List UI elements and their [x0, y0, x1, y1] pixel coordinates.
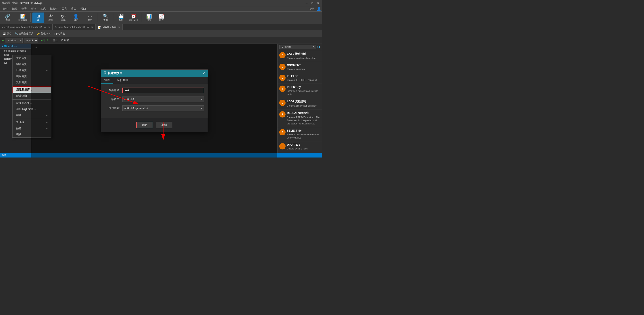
snippet-loop-row: L LOOP 流程控制 Create a simple loop constru…: [279, 100, 320, 107]
window-controls: ─ □ ✕: [304, 1, 320, 5]
snippet-repeat-icon: R: [279, 111, 286, 117]
save-icon: 💾: [3, 32, 6, 35]
title-bar: 无标题 - 查询 - Navicat for MySQL ─ □ ✕: [0, 0, 322, 6]
sidebar-root[interactable]: ▾ 🌐 localhost: [0, 44, 31, 49]
toolbar-other[interactable]: ⋯ 其它: [84, 12, 96, 23]
new-database-dialog: 🗄 新建数据库 ✕ 常规 SQL 预览 数据库名: 字符集: utf8mb4: [100, 69, 208, 132]
dialog-cancel-button[interactable]: 取消: [156, 122, 172, 128]
snippet-icon: { }: [54, 32, 57, 35]
toolbar-query-label: 查询: [103, 19, 108, 22]
query-toolbar: 💾 保存 🔧 查询创建工具 ✨ 美化 SQL { } 代码段: [0, 30, 322, 37]
tab-user-close[interactable]: ✕: [91, 26, 93, 28]
tab-query-close[interactable]: ✕: [118, 26, 120, 28]
dialog-title-bar: 🗄 新建数据库 ✕: [101, 70, 208, 77]
dialog-title-text: 新建数据库: [108, 71, 122, 75]
snippet-insert[interactable]: I INSERT Sy Insert new rows into an exis…: [278, 84, 322, 98]
close-btn[interactable]: ✕: [316, 1, 320, 5]
snippet-comment-title: COMMENT: [287, 64, 320, 67]
toolbar-connect-label: 连接: [5, 19, 10, 22]
snippet-button[interactable]: { } 代码段: [54, 31, 66, 36]
toolbar-function[interactable]: f(x) 函数: [58, 12, 69, 23]
snippet-insert-row: I INSERT Sy Insert new rows into an exis…: [279, 86, 320, 96]
snippet-select[interactable]: S SELECT Sy Retrieve rows selected from …: [278, 127, 322, 141]
tag-settings-icon[interactable]: ⚙: [317, 45, 320, 49]
menu-help[interactable]: 帮助: [79, 6, 88, 11]
maximize-btn[interactable]: □: [310, 1, 314, 5]
toolbar-view[interactable]: 👁 视图: [45, 12, 56, 23]
menu-edit[interactable]: 编辑: [10, 6, 19, 11]
db-name-input[interactable]: [122, 88, 204, 93]
save-button[interactable]: 💾 保存: [2, 31, 12, 36]
beautify-button[interactable]: ✨ 美化 SQL: [36, 31, 52, 36]
conn-bar: ▶ localhost mysql ▶ 运行 · 停止 🗒 解释: [0, 37, 322, 44]
charset-row: 字符集: utf8mb4 utf8 latin1 gbk: [104, 96, 204, 102]
dialog-title: 🗄 新建数据库: [104, 71, 122, 75]
snippet-loop[interactable]: L LOOP 流程控制 Create a simple loop constru…: [278, 98, 322, 109]
toolbar-view-label: 视图: [48, 19, 53, 22]
snippet-case[interactable]: C CASE 流程控制 Create a conditional constru…: [278, 50, 322, 62]
snippet-update[interactable]: U UPDATE S Update existing rows: [278, 141, 322, 152]
beautify-icon: ✨: [37, 32, 40, 35]
dialog-tabs: 常规 SQL 预览: [101, 77, 208, 84]
toolbar-autorun[interactable]: ⏰ 自动运行: [128, 12, 139, 23]
tag-select[interactable]: 全部标签: [279, 45, 316, 49]
backup-icon: 💾: [118, 14, 124, 18]
charset-select[interactable]: utf8mb4 utf8 latin1 gbk: [122, 96, 204, 102]
snippet-comment[interactable]: C COMMENT Create a comment: [278, 62, 322, 73]
snippet-insert-title: INSERT Sy: [287, 86, 320, 89]
menu-window[interactable]: 窗口: [69, 6, 78, 11]
db-select[interactable]: mysql: [24, 38, 38, 43]
menu-query[interactable]: 查询: [29, 6, 38, 11]
tab-query[interactable]: 📝 无标题 - 查询 ✕: [96, 24, 122, 30]
toolbar-new-query[interactable]: 📝 新建查询: [17, 12, 28, 23]
query-builder-button[interactable]: 🔧 查询创建工具: [14, 31, 34, 36]
tab-columns-priv[interactable]: 🗂 columns_priv @mysql (localhost) - 表 ✕: [0, 24, 52, 30]
stop-button[interactable]: 停止: [52, 38, 59, 42]
tab-user[interactable]: 🗂 user @mysql (localhost) - 表 ✕: [52, 24, 96, 30]
tab-query-icon: 📝: [98, 26, 101, 29]
collation-select[interactable]: utf8mb4_general_ci utf8mb4_unicode_ci ut…: [122, 105, 204, 111]
collation-row: 排序规则: utf8mb4_general_ci utf8mb4_unicode…: [104, 105, 204, 111]
toolbar-query[interactable]: 🔍 查询: [100, 12, 111, 23]
menu-file[interactable]: 文件: [1, 6, 10, 11]
toolbar-divider-2: [98, 13, 98, 22]
menu-favorites[interactable]: 收藏夹: [48, 6, 60, 11]
sidebar-root-label: localhost: [8, 45, 17, 47]
dialog-tab-sql[interactable]: SQL 预览: [113, 77, 132, 84]
minimize-btn[interactable]: ─: [304, 1, 308, 5]
toolbar-connect[interactable]: 🔗 连接: [2, 12, 14, 23]
snippet-ifelse[interactable]: C IF...ELSE... Create a IF...ELSE... con…: [278, 73, 322, 84]
query-builder-icon: 🔧: [15, 32, 18, 35]
toolbar-autorun-label: 自动运行: [129, 19, 138, 22]
menu-view[interactable]: 查看: [20, 6, 28, 11]
menu-bar: 文件 编辑 查看 查询 格式 收藏夹 工具 窗口 帮助 登录 👤: [0, 6, 322, 12]
run-button[interactable]: ▶ 运行 ·: [39, 38, 51, 42]
login-link[interactable]: 登录: [310, 7, 314, 10]
dialog-tab-general[interactable]: 常规: [101, 77, 113, 84]
menu-format[interactable]: 格式: [38, 6, 48, 11]
snippet-repeat[interactable]: R REPEAT 流程控制 Create A REPEAT construct.…: [278, 109, 322, 127]
explain-button[interactable]: 🗒 解释: [60, 38, 70, 42]
menu-tools[interactable]: 工具: [60, 6, 69, 11]
snippet-insert-content: INSERT Sy Insert new rows into an existi…: [287, 86, 320, 96]
query-builder-label: 查询创建工具: [19, 32, 34, 35]
snippet-case-icon: C: [279, 52, 286, 58]
conn-select[interactable]: localhost: [5, 38, 22, 43]
dialog-ok-button[interactable]: 确定: [136, 122, 153, 128]
toolbar-chart[interactable]: 📈 图表: [156, 12, 167, 23]
tab-user-icon: 🗂: [55, 26, 58, 29]
dialog-close-button[interactable]: ✕: [202, 71, 205, 75]
snippet-comment-desc: Create a comment: [287, 68, 320, 71]
toolbar-user[interactable]: 👤 用户: [70, 12, 82, 23]
sidebar-item-information[interactable]: information_schema: [0, 49, 31, 53]
snippet-select-title: SELECT Sy: [287, 129, 320, 132]
snippet-ifelse-title: IF...ELSE...: [287, 75, 320, 78]
toolbar-model[interactable]: 📊 模型: [143, 12, 155, 23]
run-label: 运行 ·: [43, 39, 50, 42]
user-icon: 👤: [73, 14, 79, 18]
toolbar-table[interactable]: ⊞ 表: [32, 12, 44, 23]
snippet-ifelse-icon: C: [279, 75, 286, 81]
toolbar-backup[interactable]: 💾 备份: [115, 12, 127, 23]
function-icon: f(x): [61, 14, 66, 18]
tab-columns-close[interactable]: ✕: [48, 26, 50, 28]
